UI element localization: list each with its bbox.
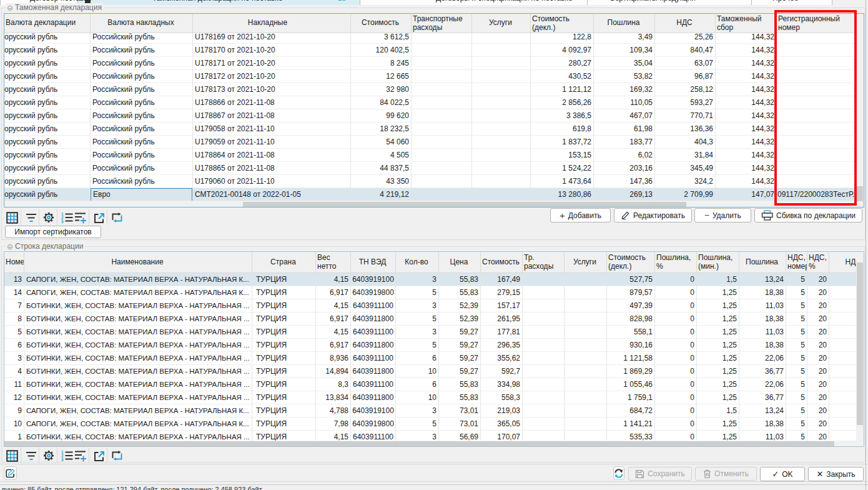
svg-text:3: 3 [61, 219, 64, 223]
svg-text:3: 3 [61, 458, 64, 461]
